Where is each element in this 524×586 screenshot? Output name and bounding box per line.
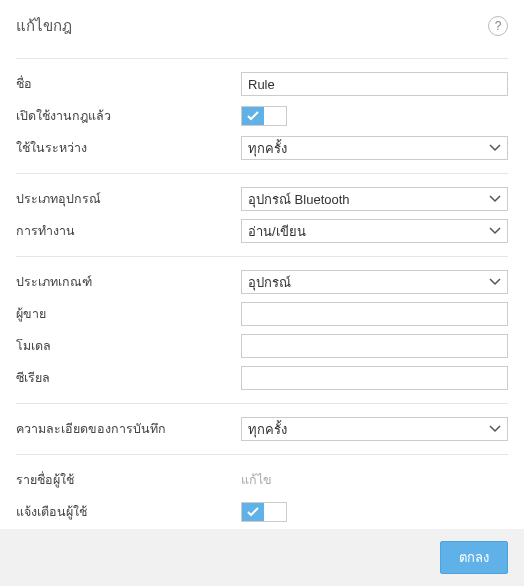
- divider: [16, 256, 508, 257]
- apply-during-value: ทุกครั้ง: [248, 138, 287, 159]
- label-model: โมเดล: [16, 336, 241, 356]
- criteria-type-select[interactable]: อุปกรณ์: [241, 270, 508, 294]
- row-user-list: รายชื่อผู้ใช้ แก้ไข: [16, 465, 508, 495]
- vendor-input[interactable]: [241, 302, 508, 326]
- row-log-detail: ความละเอียดของการบันทึก ทุกครั้ง: [16, 414, 508, 444]
- chevron-down-icon: [489, 195, 501, 203]
- criteria-type-value: อุปกรณ์: [248, 272, 291, 293]
- model-input[interactable]: [241, 334, 508, 358]
- label-name: ชื่อ: [16, 74, 241, 94]
- dialog-body: ชื่อ เปิดใช้งานกฎแล้ว ใช้ในระหว่าง ทุกคร…: [0, 48, 524, 529]
- device-type-value: อุปกรณ์ Bluetooth: [248, 189, 350, 210]
- label-user-list: รายชื่อผู้ใช้: [16, 470, 241, 490]
- dialog-footer: ตกลง: [0, 529, 524, 586]
- divider: [16, 58, 508, 59]
- label-serial: ซีเรียล: [16, 368, 241, 388]
- row-vendor: ผู้ขาย: [16, 299, 508, 329]
- notify-user-toggle[interactable]: [241, 502, 287, 522]
- divider: [16, 173, 508, 174]
- dialog-title: แก้ไขกฎ: [16, 14, 72, 38]
- name-input[interactable]: [241, 72, 508, 96]
- row-criteria-type: ประเภทเกณฑ์ อุปกรณ์: [16, 267, 508, 297]
- chevron-down-icon: [489, 227, 501, 235]
- label-log-detail: ความละเอียดของการบันทึก: [16, 419, 241, 439]
- device-type-select[interactable]: อุปกรณ์ Bluetooth: [241, 187, 508, 211]
- label-device-type: ประเภทอุปกรณ์: [16, 189, 241, 209]
- serial-input[interactable]: [241, 366, 508, 390]
- label-vendor: ผู้ขาย: [16, 304, 241, 324]
- label-operation: การทำงาน: [16, 221, 241, 241]
- help-icon[interactable]: ?: [488, 16, 508, 36]
- row-operation: การทำงาน อ่าน/เขียน: [16, 216, 508, 246]
- label-notify-user: แจ้งเตือนผู้ใช้: [16, 502, 241, 522]
- dialog-header: แก้ไขกฎ ?: [0, 0, 524, 48]
- label-rule-enabled: เปิดใช้งานกฎแล้ว: [16, 106, 241, 126]
- ok-button[interactable]: ตกลง: [440, 541, 508, 574]
- chevron-down-icon: [489, 425, 501, 433]
- rule-enabled-toggle[interactable]: [241, 106, 287, 126]
- row-apply-during: ใช้ในระหว่าง ทุกครั้ง: [16, 133, 508, 163]
- chevron-down-icon: [489, 144, 501, 152]
- log-detail-value: ทุกครั้ง: [248, 419, 287, 440]
- row-device-type: ประเภทอุปกรณ์ อุปกรณ์ Bluetooth: [16, 184, 508, 214]
- divider: [16, 403, 508, 404]
- apply-during-select[interactable]: ทุกครั้ง: [241, 136, 508, 160]
- log-detail-select[interactable]: ทุกครั้ง: [241, 417, 508, 441]
- operation-value: อ่าน/เขียน: [248, 221, 306, 242]
- user-list-edit-link[interactable]: แก้ไข: [241, 473, 272, 487]
- row-name: ชื่อ: [16, 69, 508, 99]
- label-apply-during: ใช้ในระหว่าง: [16, 138, 241, 158]
- row-notify-user: แจ้งเตือนผู้ใช้: [16, 497, 508, 527]
- chevron-down-icon: [489, 278, 501, 286]
- row-serial: ซีเรียล: [16, 363, 508, 393]
- label-criteria-type: ประเภทเกณฑ์: [16, 272, 241, 292]
- row-model: โมเดล: [16, 331, 508, 361]
- check-icon: [242, 503, 264, 521]
- check-icon: [242, 107, 264, 125]
- row-rule-enabled: เปิดใช้งานกฎแล้ว: [16, 101, 508, 131]
- operation-select[interactable]: อ่าน/เขียน: [241, 219, 508, 243]
- divider: [16, 454, 508, 455]
